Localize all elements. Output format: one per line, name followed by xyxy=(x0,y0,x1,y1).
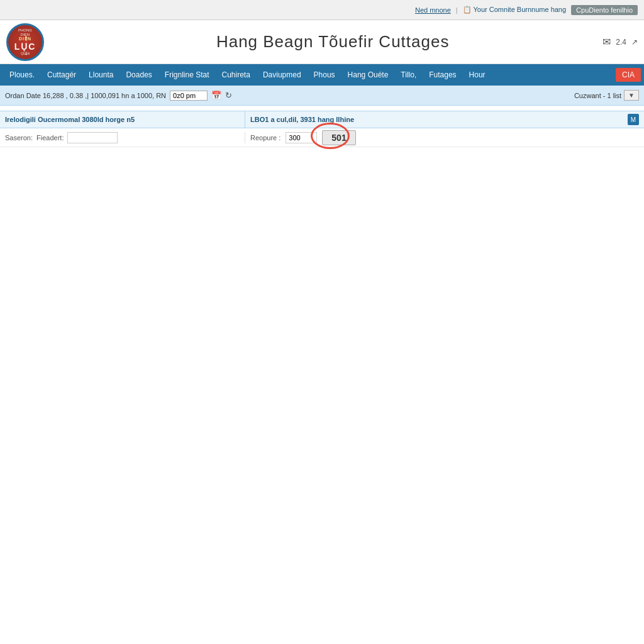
customer-select-button[interactable]: ▼ xyxy=(624,90,639,101)
order-bar-left: Ordan Date 16,288 , 0.38 ,| 1000,091 hn … xyxy=(5,91,574,101)
logo-luc-text: LỤC xyxy=(14,42,36,52)
logo: PHONGDIEN DIỆN LỤC QUẬN xyxy=(6,23,50,61)
section-right: LBO1 a cul,dil, 3931 hang llhine M xyxy=(245,111,644,128)
mail-icon: ✉ xyxy=(602,36,611,48)
section-toggle-button[interactable]: M xyxy=(628,114,639,125)
topbar-button[interactable]: CpuDiento fenilhio xyxy=(571,5,638,15)
share-icon: ↗ xyxy=(631,38,638,47)
nav-item-frignline[interactable]: Frignline Stat xyxy=(158,64,216,86)
header: PHONGDIEN DIỆN LỤC QUẬN Hang Beagn Tõuef… xyxy=(0,20,644,64)
topbar-link2[interactable]: 📋 Your Comnite Burnnume hang xyxy=(463,6,566,14)
chevron-down-icon: ▼ xyxy=(628,92,635,99)
repure-label: Reopure : xyxy=(250,134,280,142)
section-header: Irelodigili Oucermomal 3080ld horge n5 L… xyxy=(0,111,644,128)
nav-item-hang-ouete[interactable]: Hang Ouéte xyxy=(341,64,395,86)
data-right: Reopure : 501 xyxy=(245,130,644,145)
fieadert-label: Fieadert: xyxy=(36,134,64,142)
nav-item-daviupmed[interactable]: Daviupmed xyxy=(257,64,308,86)
logo-top-text: PHONGDIEN xyxy=(18,28,32,36)
nav-item-cuttager[interactable]: Cuttagér xyxy=(41,64,82,86)
value-501-button[interactable]: 501 xyxy=(322,130,355,145)
section-left-title: Irelodigili Oucermomal 3080ld horge n5 xyxy=(0,111,245,128)
order-bar-right: Cuzwant - 1 list ▼ xyxy=(574,90,639,101)
section-right-title: LBO1 a cul,dil, 3931 hang llhine xyxy=(250,116,354,123)
nav-item-futages[interactable]: Futages xyxy=(423,64,462,86)
nav-item-hour[interactable]: Hour xyxy=(463,64,492,86)
saseron-label: Saseron: xyxy=(5,134,33,142)
topbar-link1[interactable]: Ned mnone xyxy=(415,6,451,14)
nav-item-tillo[interactable]: Tillo, xyxy=(394,64,423,86)
customer-dropdown[interactable]: Cuzwant - 1 list ▼ xyxy=(574,90,639,101)
nav-item-phous[interactable]: Phous xyxy=(308,64,341,86)
fieadert-input[interactable] xyxy=(67,132,118,143)
header-right: ✉ 2.4 ↗ xyxy=(602,36,638,48)
logo-circle: PHONGDIEN DIỆN LỤC QUẬN xyxy=(6,23,44,61)
content: Irelodigili Oucermomal 3080ld horge n5 L… xyxy=(0,106,644,152)
nav-item-ploues[interactable]: Ploues. xyxy=(3,64,41,86)
repure-input[interactable] xyxy=(286,132,317,143)
order-bar: Ordan Date 16,288 , 0.38 ,| 1000,091 hn … xyxy=(0,86,644,106)
calendar-icon[interactable]: 📅 xyxy=(211,91,221,100)
book-icon: 📋 xyxy=(463,6,472,13)
page-title: Hang Beagn Tõuefir Cuttages xyxy=(63,32,602,52)
nav-item-llounta[interactable]: Llounta xyxy=(82,64,119,86)
navbar: Ploues. Cuttagér Llounta Doades Frignlin… xyxy=(0,64,644,86)
refresh-icon[interactable]: ↻ xyxy=(225,91,232,100)
data-left: Saseron: Fieadert: xyxy=(0,132,245,143)
highlighted-btn-wrapper: 501 xyxy=(322,130,355,145)
header-number: 2.4 xyxy=(616,38,626,47)
cia-button[interactable]: CIA xyxy=(616,68,641,82)
logo-main: DIỆN LỤC xyxy=(14,36,36,52)
logo-bottom-text: QUẬN xyxy=(21,52,30,55)
topbar-separator: | xyxy=(456,6,458,14)
nav-item-doades[interactable]: Doades xyxy=(119,64,158,86)
time-input[interactable] xyxy=(170,91,208,101)
logo-dien-text: DIỆN xyxy=(19,36,31,42)
order-bar-label: Ordan Date 16,288 , 0.38 ,| 1000,091 hn … xyxy=(5,92,166,99)
top-bar: Ned mnone | 📋 Your Comnite Burnnume hang… xyxy=(0,0,644,20)
data-row: Saseron: Fieadert: Reopure : 501 xyxy=(0,128,644,147)
nav-item-cuhireta[interactable]: Cuhireta xyxy=(216,64,257,86)
customer-label: Cuzwant - 1 list xyxy=(574,92,621,99)
